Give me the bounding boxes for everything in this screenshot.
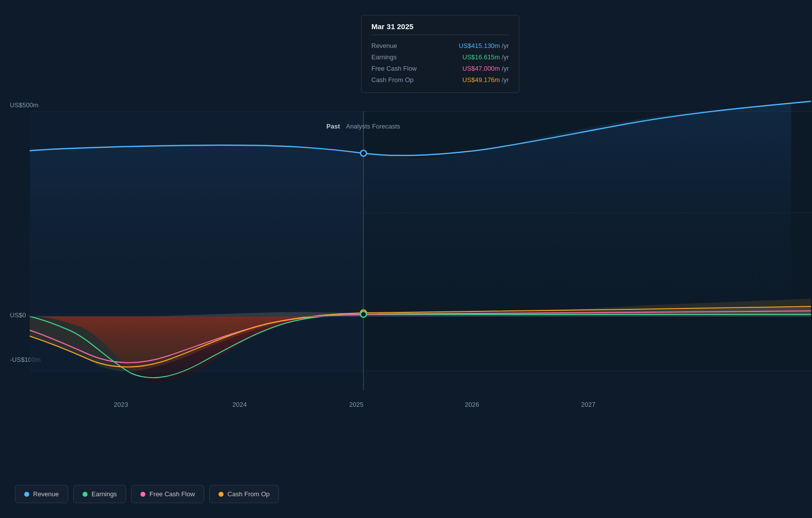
- tooltip-value-cashfromop: US$49.176m /yr: [462, 76, 509, 84]
- tooltip-label-earnings: Earnings: [371, 53, 397, 61]
- x-label-2025: 2025: [349, 401, 363, 408]
- earnings-dot: [83, 492, 88, 497]
- tooltip: Mar 31 2025 Revenue US$415.130m /yr Earn…: [361, 15, 519, 93]
- legend-label-fcf: Free Cash Flow: [149, 490, 195, 498]
- label-forecasts: Analysts Forecasts: [346, 123, 400, 130]
- legend-label-cashfromop: Cash From Op: [227, 490, 270, 498]
- legend-item-cashfromop[interactable]: Cash From Op: [209, 485, 279, 503]
- x-label-2027: 2027: [581, 401, 595, 408]
- revenue-dot: [24, 492, 29, 497]
- tooltip-label-cashfromop: Cash From Op: [371, 76, 413, 84]
- tooltip-value-fcf: US$47.000m /yr: [462, 65, 509, 72]
- legend-item-fcf[interactable]: Free Cash Flow: [131, 485, 204, 503]
- x-label-2023: 2023: [114, 401, 128, 408]
- svg-point-6: [361, 150, 366, 156]
- tooltip-row-revenue: Revenue US$415.130m /yr: [371, 40, 509, 51]
- legend: Revenue Earnings Free Cash Flow Cash Fro…: [15, 485, 279, 503]
- x-label-2026: 2026: [465, 401, 479, 408]
- tooltip-date: Mar 31 2025: [371, 22, 509, 35]
- tooltip-value-revenue: US$415.130m /yr: [459, 42, 509, 49]
- chart-container: US$500m US$0 -US$100m: [0, 0, 812, 518]
- x-label-2024: 2024: [232, 401, 247, 408]
- tooltip-label-revenue: Revenue: [371, 42, 397, 49]
- legend-item-earnings[interactable]: Earnings: [73, 485, 126, 503]
- legend-item-revenue[interactable]: Revenue: [15, 485, 68, 503]
- legend-label-earnings: Earnings: [91, 490, 117, 498]
- tooltip-row-earnings: Earnings US$16.615m /yr: [371, 51, 509, 63]
- svg-point-8: [361, 311, 366, 317]
- tooltip-row-cashfromop: Cash From Op US$49.176m /yr: [371, 74, 509, 86]
- cashfromop-dot: [219, 492, 224, 497]
- fcf-dot: [140, 492, 145, 497]
- legend-label-revenue: Revenue: [33, 490, 59, 498]
- label-past: Past: [326, 123, 340, 130]
- tooltip-row-fcf: Free Cash Flow US$47.000m /yr: [371, 63, 509, 74]
- tooltip-label-fcf: Free Cash Flow: [371, 65, 417, 72]
- tooltip-value-earnings: US$16.615m /yr: [462, 53, 509, 61]
